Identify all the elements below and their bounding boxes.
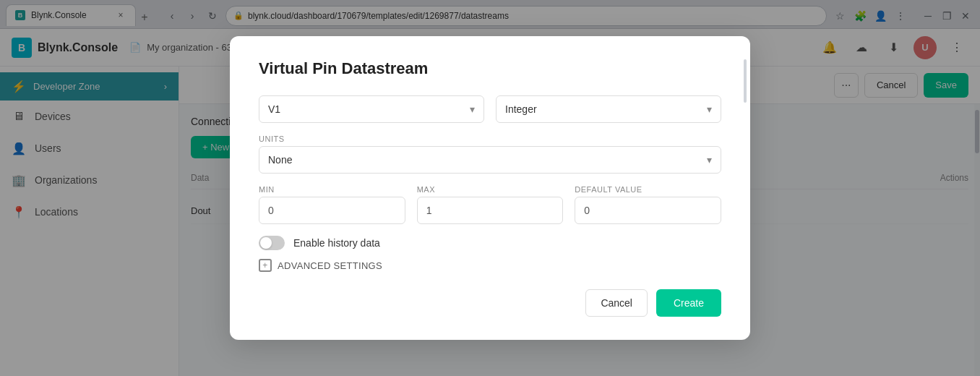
modal-scrollbar[interactable] (743, 59, 747, 317)
units-field: UNITS None ▾ (259, 134, 721, 174)
virtual-pin-datastream-modal: Virtual Pin Datastream V1 ▾ Integer ▾ UN… (230, 36, 750, 340)
pin-select-value: V1 (268, 103, 280, 115)
modal-create-button[interactable]: Create (656, 289, 721, 317)
toggle-row: Enable history data (259, 236, 721, 250)
min-field: MIN (259, 185, 405, 224)
pin-type-row: V1 ▾ Integer ▾ (259, 95, 721, 123)
type-chevron-icon: ▾ (707, 103, 712, 115)
default-field: DEFAULT VALUE (575, 185, 721, 224)
history-toggle[interactable] (259, 236, 285, 250)
modal-overlay: Virtual Pin Datastream V1 ▾ Integer ▾ UN… (0, 0, 980, 376)
default-label: DEFAULT VALUE (575, 185, 721, 194)
default-input[interactable] (575, 197, 721, 224)
modal-cancel-button[interactable]: Cancel (585, 289, 648, 317)
toggle-knob (260, 237, 272, 249)
advanced-settings-icon: + (259, 259, 272, 272)
modal-title: Virtual Pin Datastream (259, 59, 721, 78)
advanced-settings-row[interactable]: + ADVANCED SETTINGS (259, 259, 721, 272)
min-label: MIN (259, 185, 405, 194)
units-select[interactable]: None ▾ (259, 146, 721, 174)
units-row: UNITS None ▾ (259, 134, 721, 174)
max-input[interactable] (417, 197, 564, 224)
modal-scrollbar-thumb[interactable] (744, 59, 747, 103)
type-select[interactable]: Integer ▾ (496, 95, 721, 123)
type-select-value: Integer (505, 103, 537, 115)
type-field: Integer ▾ (496, 95, 721, 123)
max-label: MAX (417, 185, 564, 194)
toggle-label: Enable history data (293, 237, 380, 249)
pin-chevron-icon: ▾ (470, 103, 475, 115)
pin-select[interactable]: V1 ▾ (259, 95, 484, 123)
modal-footer: Cancel Create (259, 289, 721, 317)
min-input[interactable] (259, 197, 405, 224)
units-select-value: None (268, 154, 292, 166)
units-chevron-icon: ▾ (707, 154, 712, 166)
advanced-settings-label: ADVANCED SETTINGS (278, 260, 382, 271)
units-label: UNITS (259, 134, 721, 143)
max-field: MAX (417, 185, 564, 224)
min-max-default-row: MIN MAX DEFAULT VALUE (259, 185, 721, 224)
pin-field: V1 ▾ (259, 95, 484, 123)
